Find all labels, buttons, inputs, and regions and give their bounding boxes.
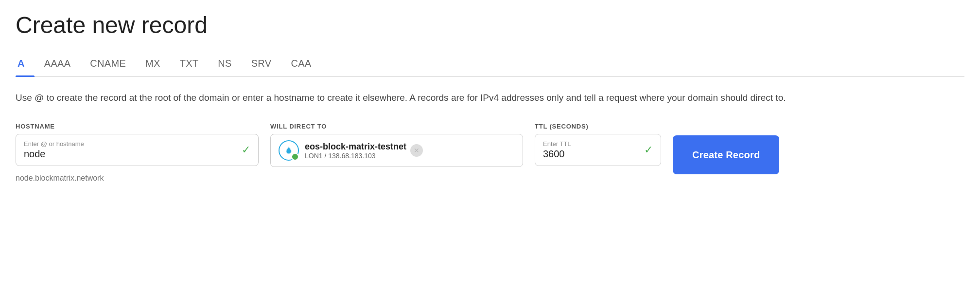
fields-row: HOSTNAME Enter @ or hostname ✓ node.bloc… [16, 123, 964, 183]
hostname-label: HOSTNAME [16, 123, 259, 130]
hostname-input-inner: Enter @ or hostname [24, 140, 238, 160]
page-title: Create new record [16, 12, 964, 38]
hostname-check-icon: ✓ [242, 144, 250, 156]
tab-CAA[interactable]: CAA [281, 52, 321, 76]
will-direct-label: WILL DIRECT TO [270, 123, 523, 130]
tab-CNAME[interactable]: CNAME [80, 52, 136, 76]
description-text: Use @ to create the record at the root o… [16, 91, 891, 105]
ttl-input-wrapper: Enter TTL ✓ [535, 134, 661, 166]
tab-MX[interactable]: MX [136, 52, 170, 76]
tab-NS[interactable]: NS [208, 52, 241, 76]
tabs-container: A AAAA CNAME MX TXT NS SRV CAA [16, 52, 964, 77]
tab-TXT[interactable]: TXT [170, 52, 209, 76]
hostname-input-wrapper: Enter @ or hostname ✓ [16, 134, 259, 166]
will-direct-input-wrapper[interactable]: eos-block-matrix-testnet LON1 / 138.68.1… [270, 134, 523, 167]
hostname-hint: node.blockmatrix.network [16, 174, 259, 183]
droplet-sub: LON1 / 138.68.183.103 [305, 152, 406, 160]
droplet-icon [279, 140, 299, 161]
hostname-placeholder: Enter @ or hostname [24, 140, 238, 148]
ttl-placeholder: Enter TTL [543, 140, 640, 148]
will-direct-clear-icon[interactable]: ✕ [410, 144, 423, 157]
ttl-label: TTL (SECONDS) [535, 123, 661, 130]
hostname-input[interactable] [24, 148, 238, 160]
hostname-field-group: HOSTNAME Enter @ or hostname ✓ node.bloc… [16, 123, 259, 183]
create-record-button[interactable]: Create Record [673, 135, 779, 174]
droplet-svg-icon [284, 146, 294, 155]
ttl-input[interactable] [543, 148, 640, 160]
tab-AAAA[interactable]: AAAA [35, 52, 81, 76]
ttl-input-inner: Enter TTL [543, 140, 640, 160]
tab-A[interactable]: A [16, 52, 35, 76]
tab-SRV[interactable]: SRV [242, 52, 281, 76]
will-direct-field-group: WILL DIRECT TO eos-block-matrix-testnet … [270, 123, 523, 167]
ttl-check-icon: ✓ [644, 144, 653, 156]
ttl-field-group: TTL (SECONDS) Enter TTL ✓ [535, 123, 661, 166]
droplet-info: eos-block-matrix-testnet LON1 / 138.68.1… [305, 142, 406, 160]
droplet-name: eos-block-matrix-testnet [305, 142, 406, 152]
